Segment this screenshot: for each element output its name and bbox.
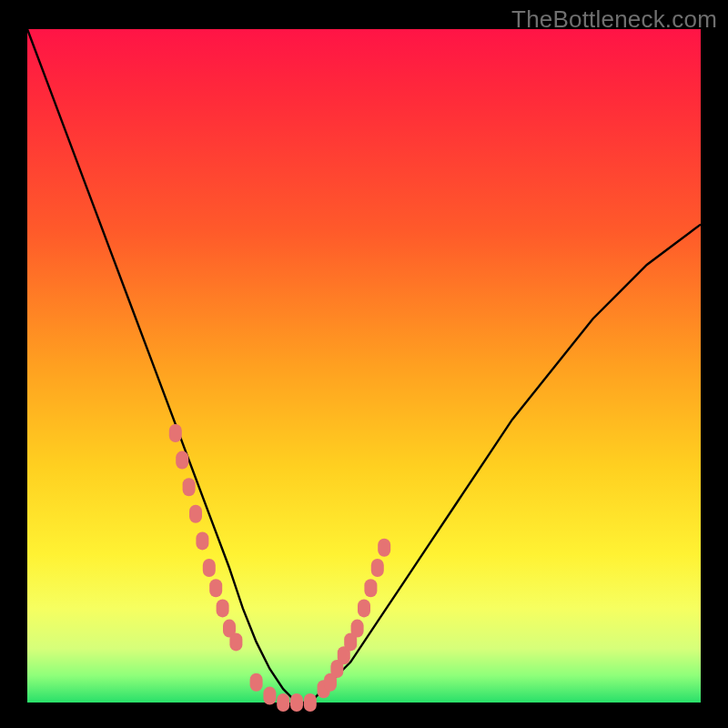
highlight-dot: [378, 539, 390, 557]
highlight-dot: [176, 451, 188, 470]
highlight-dot: [169, 424, 182, 442]
highlight-dot: [351, 620, 364, 638]
highlight-dot: [263, 687, 276, 705]
highlight-dot: [203, 559, 216, 577]
highlight-dot: [217, 599, 229, 617]
highlight-dot: [290, 693, 303, 712]
highlight-dot: [229, 632, 242, 651]
highlight-dot: [304, 693, 317, 712]
highlight-dot: [277, 693, 289, 712]
highlight-dot: [209, 579, 222, 597]
highlight-dots: [169, 424, 390, 712]
highlight-dot: [358, 599, 370, 617]
highlight-dot: [250, 673, 263, 692]
chart-svg: [27, 29, 701, 703]
highlight-dot: [189, 505, 202, 523]
highlight-dot: [371, 559, 384, 577]
chart-frame: TheBottleneck.com: [0, 0, 728, 728]
plot-area-border: [27, 29, 701, 703]
highlight-dot: [183, 478, 196, 496]
highlight-dot: [364, 579, 377, 597]
highlight-dot: [196, 531, 208, 550]
